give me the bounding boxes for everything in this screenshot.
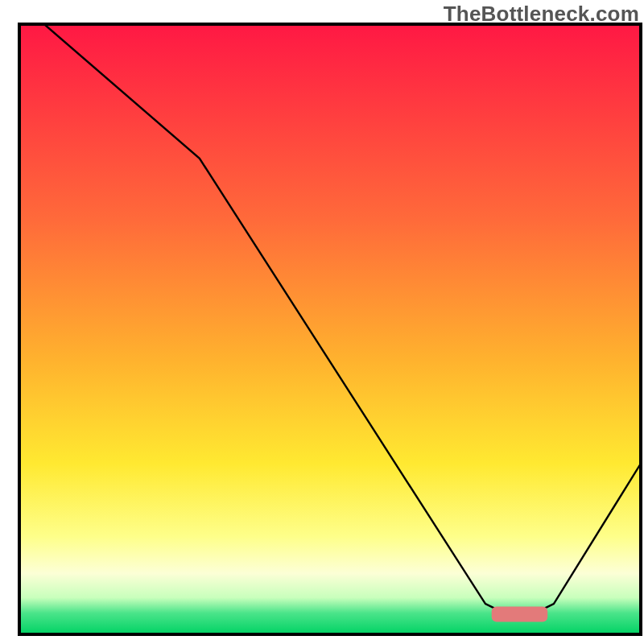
watermark-text: TheBottleneck.com bbox=[444, 2, 639, 27]
heatmap-background bbox=[19, 24, 641, 634]
chart-container: TheBottleneck.com bbox=[0, 0, 644, 644]
optimum-marker bbox=[492, 607, 547, 622]
plot-area bbox=[19, 24, 641, 634]
bottleneck-chart bbox=[0, 0, 644, 644]
